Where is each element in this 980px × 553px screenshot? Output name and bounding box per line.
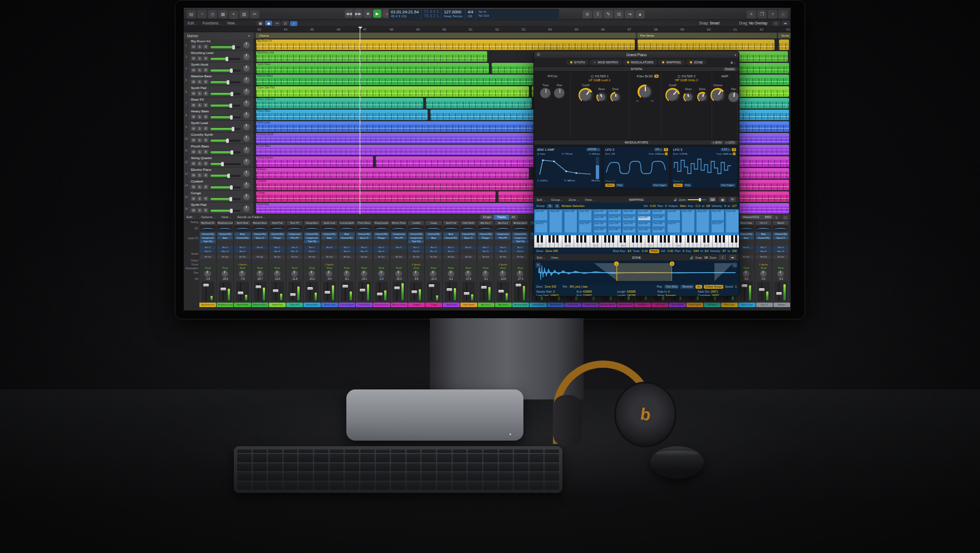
send-slot[interactable]: Bus 6	[443, 250, 459, 253]
strip-audio-fx[interactable]: AmpChannel EQ	[339, 233, 355, 239]
track-solo-button[interactable]: S	[197, 126, 202, 131]
strip-output[interactable]: St Out	[321, 255, 337, 259]
strip-audio-fx[interactable]: AmpChannel EQ	[756, 233, 771, 239]
group-vol-value[interactable]: 0.00	[650, 204, 655, 208]
fx-slot[interactable]: Tape Dly	[408, 240, 424, 243]
zone-param[interactable]: Fade In: 0	[658, 290, 697, 293]
strip-fader[interactable]	[445, 282, 458, 302]
zone-cell[interactable]: Zone 108	[564, 210, 577, 233]
send-slot[interactable]: Bus 2	[408, 246, 424, 249]
send-slot[interactable]: Bus 6	[773, 246, 788, 249]
send-slot[interactable]: Bus 8	[252, 246, 268, 249]
key[interactable]	[268, 454, 282, 462]
fx-slot[interactable]: Compressor	[200, 236, 215, 240]
keyboard-view-icon[interactable]: ⌨	[709, 197, 716, 202]
strip-output[interactable]: St Out	[756, 255, 771, 259]
strip-sends[interactable]: Bus 8	[460, 246, 476, 249]
zone-cell[interactable]: Zone 131	[594, 210, 607, 215]
strip-fader[interactable]	[306, 282, 318, 302]
zone-vel-from[interactable]: 87	[723, 249, 726, 253]
track-mute-button[interactable]: M	[191, 56, 196, 61]
strip-color-label[interactable]: Synth Pad	[443, 303, 459, 307]
strip-output[interactable]: St Out	[374, 255, 389, 259]
file-zone-value[interactable]: Zone 335	[545, 285, 556, 288]
zone-param[interactable]: Loop Start: 106601	[536, 294, 575, 297]
track-record-button[interactable]: R	[203, 68, 208, 72]
send-slot[interactable]: Bus 11	[356, 250, 372, 253]
output-slot[interactable]: St Out	[495, 255, 511, 259]
int-button[interactable]: Int	[695, 285, 702, 289]
strip-sends[interactable]: Bus 6Bus 11	[356, 246, 372, 253]
strip-eq-thumbnail[interactable]	[304, 225, 320, 231]
send-slot[interactable]: Bus 8	[391, 246, 406, 249]
region[interactable]: Risers & Booms	[256, 98, 423, 108]
tab-power-dot[interactable]	[594, 61, 596, 63]
key[interactable]	[376, 454, 390, 462]
strip-automation[interactable]: Read	[321, 266, 337, 270]
strip-color-label[interactable]: Soft Lead	[651, 303, 668, 307]
strip-eq-thumbnail[interactable]	[234, 225, 250, 231]
fx-slot[interactable]: Channel EQ	[200, 233, 215, 236]
send-slot[interactable]: Bus 8	[270, 250, 285, 253]
fx-slot[interactable]: Amp	[234, 233, 250, 236]
lfo-button-key-trigger[interactable]: Key Trigger	[652, 184, 668, 187]
track-solo-button[interactable]: S	[197, 56, 202, 61]
metronome-icon[interactable]: ⊙	[582, 10, 592, 18]
mixer-channel-strip[interactable]: CongaChannel EQAmpBus 6Bus 11St OutRead-…	[425, 220, 442, 303]
mod-panel-badges[interactable]: AHDSR ⌄	[586, 148, 600, 151]
strip-color-label[interactable]: Arp Key 2	[478, 303, 494, 307]
fx-slot[interactable]: Space D	[460, 236, 476, 240]
strip-automation[interactable]: Read	[478, 266, 493, 270]
strip-color-label[interactable]: Analog Swell	[617, 303, 634, 307]
fader-cap[interactable]	[273, 289, 278, 292]
zone-name[interactable]: Zone 335	[546, 249, 558, 253]
send-slot[interactable]: Bus 6	[217, 246, 233, 249]
output-slot[interactable]: St Out	[234, 255, 250, 259]
fx-slot[interactable]: Space D	[773, 236, 788, 240]
strip-color-label[interactable]: Synth Lead	[321, 303, 338, 307]
track-pan-knob[interactable]	[243, 135, 250, 142]
arrange-menu-view[interactable]: View	[227, 21, 238, 25]
rewind-button[interactable]: ◀◀	[345, 9, 353, 18]
key[interactable]	[237, 454, 252, 462]
fx-slot[interactable]: Channel EQ	[321, 233, 337, 236]
track-volume-slider[interactable]	[210, 151, 241, 154]
strip-sends[interactable]: Bus 2Bus 6	[304, 246, 320, 253]
fx-slot[interactable]: Compressor	[304, 236, 320, 240]
zone-snap-value[interactable]: Off	[704, 256, 708, 259]
strip-automation[interactable]: Read	[443, 266, 459, 270]
waveform-editor[interactable]: ✎ ⤡ C D	[534, 260, 739, 284]
note-pads-icon[interactable]: ❐	[757, 10, 767, 18]
fx-slot[interactable]: Compressor	[287, 233, 302, 236]
key[interactable]	[253, 482, 267, 490]
track-volume-slider[interactable]	[210, 46, 241, 48]
output-slot[interactable]: St Out	[512, 255, 528, 259]
strip-automation[interactable]: Read	[374, 266, 389, 270]
strip-audio-fx[interactable]: Channel EQSpace D	[252, 233, 268, 239]
key[interactable]	[345, 454, 359, 462]
strip-color-label[interactable]: FX Riser	[704, 303, 721, 307]
knob-dial[interactable]	[728, 92, 739, 102]
knob-reso[interactable]: Reso	[683, 87, 694, 102]
fx-slot[interactable]: Channel EQ	[512, 233, 528, 236]
zone-cell[interactable]: Zone 97	[667, 222, 680, 233]
black-key[interactable]	[640, 235, 642, 243]
strip-sends[interactable]: Bus 2Bus 8	[200, 246, 215, 253]
strip-eq-thumbnail[interactable]	[443, 225, 459, 231]
strip-pan-knob[interactable]	[777, 270, 784, 277]
strip-fader[interactable]	[341, 282, 354, 302]
fader-cap[interactable]	[498, 290, 504, 293]
region[interactable]: E-Piano	[256, 168, 529, 179]
strip-pan-knob[interactable]	[308, 270, 315, 277]
key[interactable]	[530, 454, 544, 462]
knob-dial[interactable]	[610, 92, 621, 102]
fx-slot[interactable]: Channel EQ	[425, 233, 441, 236]
stop-button[interactable]: ■	[364, 9, 372, 18]
toolbar-icon[interactable]: ▦	[218, 10, 228, 18]
mixer-channel-strip[interactable]: Morphing LeadChannel EQAmpBus 6Bus 11St …	[217, 220, 234, 303]
track-record-button[interactable]: R	[203, 56, 208, 61]
track-solo-button[interactable]: S	[197, 45, 202, 49]
strip-sends[interactable]: Bus 8	[391, 246, 406, 249]
send-slot[interactable]: Bus 2	[443, 246, 459, 249]
mixer-view-all[interactable]: All	[509, 215, 518, 220]
